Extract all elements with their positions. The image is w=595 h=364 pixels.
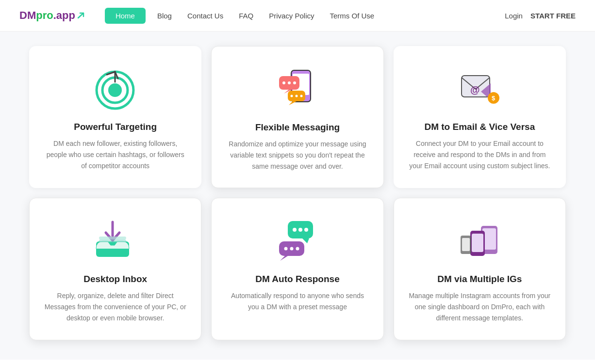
nav-start-free[interactable]: START FREE bbox=[530, 12, 576, 20]
card-powerful-targeting: Powerful Targeting DM each new follower,… bbox=[29, 46, 201, 188]
card-title: Powerful Targeting bbox=[74, 122, 157, 132]
navbar: DMpro.app Home Blog Contact Us FAQ Priva… bbox=[0, 0, 595, 32]
logo-arrow-icon bbox=[77, 11, 85, 20]
nav-right: Login START FREE bbox=[505, 12, 576, 20]
svg-point-31 bbox=[304, 228, 308, 232]
svg-point-36 bbox=[296, 247, 299, 250]
card-dm-auto-response: DM Auto Response Automatically respond t… bbox=[211, 198, 383, 340]
nav-faq[interactable]: FAQ bbox=[232, 8, 260, 24]
card-desktop-inbox: Desktop Inbox Reply, organize, delete an… bbox=[29, 198, 201, 340]
svg-point-2 bbox=[108, 83, 122, 97]
svg-point-29 bbox=[293, 228, 297, 232]
dm-auto-response-icon bbox=[273, 216, 322, 264]
nav-contact-us[interactable]: Contact Us bbox=[181, 8, 230, 24]
svg-marker-28 bbox=[302, 238, 309, 243]
nav-privacy-policy[interactable]: Privacy Policy bbox=[262, 8, 321, 24]
logo[interactable]: DMpro.app bbox=[19, 9, 85, 22]
svg-point-12 bbox=[293, 81, 296, 84]
main-nav: Home Blog Contact Us FAQ Privacy Policy … bbox=[105, 8, 500, 24]
card-title: DM via Multiple IGs bbox=[437, 274, 522, 285]
svg-point-35 bbox=[290, 247, 294, 250]
desktop-inbox-icon bbox=[91, 216, 140, 264]
features-grid: Powerful Targeting DM each new follower,… bbox=[29, 46, 566, 340]
card-desc: Reply, organize, delete and filter Direc… bbox=[43, 290, 187, 324]
svg-point-34 bbox=[284, 247, 288, 250]
svg-point-15 bbox=[291, 95, 293, 97]
svg-rect-26 bbox=[99, 239, 126, 242]
card-dm-multiple-igs: DM via Multiple IGs Manage multiple Inst… bbox=[394, 198, 566, 340]
svg-point-17 bbox=[300, 95, 303, 97]
card-desc: Connect your DM to your Email account to… bbox=[407, 138, 552, 172]
svg-text:$: $ bbox=[492, 95, 496, 102]
svg-point-11 bbox=[288, 81, 291, 84]
dm-to-email-icon: @ $ bbox=[455, 63, 504, 112]
card-title: DM to Email & Vice Versa bbox=[424, 122, 535, 132]
card-title: Desktop Inbox bbox=[83, 274, 147, 285]
svg-rect-25 bbox=[99, 237, 126, 239]
nav-login[interactable]: Login bbox=[505, 12, 523, 20]
svg-point-16 bbox=[296, 95, 298, 97]
svg-text:@: @ bbox=[470, 84, 480, 95]
card-title: Flexible Messaging bbox=[255, 122, 340, 133]
svg-rect-40 bbox=[472, 234, 483, 252]
nav-blog[interactable]: Blog bbox=[150, 8, 179, 24]
svg-marker-14 bbox=[289, 101, 297, 105]
card-dm-to-email: @ $ DM to Email & Vice Versa Connect you… bbox=[394, 46, 566, 188]
nav-terms-of-use[interactable]: Terms Of Use bbox=[323, 8, 381, 24]
svg-rect-42 bbox=[462, 238, 470, 251]
powerful-targeting-icon bbox=[91, 63, 140, 112]
card-title: DM Auto Response bbox=[255, 274, 339, 285]
card-desc: Randomize and optimize your message usin… bbox=[225, 139, 369, 172]
nav-home-button[interactable]: Home bbox=[105, 8, 146, 24]
card-flexible-messaging: Flexible Messaging Randomize and optimiz… bbox=[211, 46, 383, 188]
card-desc: DM each new follower, existing followers… bbox=[43, 138, 188, 172]
svg-point-10 bbox=[282, 81, 285, 84]
flexible-messaging-icon bbox=[273, 64, 322, 112]
svg-point-30 bbox=[298, 228, 302, 232]
main-content: Powerful Targeting DM each new follower,… bbox=[0, 32, 595, 360]
card-desc: Manage multiple Instagram accounts from … bbox=[408, 290, 552, 324]
card-desc: Automatically respond to anyone who send… bbox=[225, 290, 369, 313]
svg-marker-33 bbox=[280, 256, 288, 261]
dm-multiple-igs-icon bbox=[455, 216, 504, 264]
